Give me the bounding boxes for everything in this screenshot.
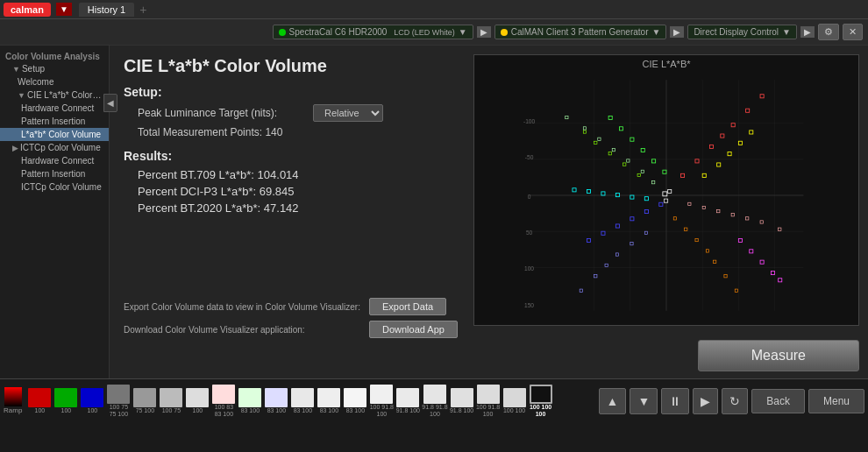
close-display-btn[interactable]: ✕ bbox=[843, 24, 863, 40]
swatch-light1[interactable]: 83 100 bbox=[290, 388, 315, 414]
sidebar-item-ictcp-volume[interactable]: ▶ICTCp Color Volume bbox=[0, 141, 109, 154]
sidebar-item-setup[interactable]: ▼Setup bbox=[0, 62, 109, 75]
swatch-w5[interactable]: 91.8 91.8100 bbox=[422, 385, 447, 417]
ramp-label: Ramp bbox=[4, 406, 22, 414]
swatch-light2[interactable]: 83 100 bbox=[317, 388, 341, 414]
meter-select[interactable]: SpectraCal C6 HDR2000 LCD (LED White) ▼ bbox=[273, 25, 473, 39]
logo-dropdown-btn[interactable]: ▼ bbox=[56, 3, 72, 16]
svg-rect-70 bbox=[605, 264, 608, 266]
sidebar-item-cie-lab-volume[interactable]: ▼CIE L*a*b* Color Volume bbox=[0, 88, 109, 102]
peak-luminance-dropdown[interactable]: Relative 1000 4000 10000 bbox=[313, 104, 383, 122]
svg-rect-45 bbox=[738, 141, 742, 145]
svg-rect-76 bbox=[731, 214, 734, 216]
chart-container: CIE L*A*B* -100 -50 0 50 1 bbox=[473, 54, 859, 326]
swatch-mint[interactable]: 83 100 bbox=[238, 388, 262, 414]
down-btn[interactable]: ▼ bbox=[630, 388, 658, 414]
cie-lab-chart: -100 -50 0 50 100 150 bbox=[474, 73, 858, 318]
svg-rect-38 bbox=[601, 192, 605, 195]
svg-rect-35 bbox=[659, 202, 663, 206]
pattern-gen-arrow-btn[interactable]: ▶ bbox=[670, 26, 684, 38]
svg-rect-69 bbox=[615, 253, 618, 256]
display-arrow-btn[interactable]: ▶ bbox=[800, 26, 815, 38]
svg-rect-50 bbox=[771, 271, 774, 274]
swatch-white1[interactable]: 100 bbox=[185, 388, 210, 414]
content-area: CIE L*a*b* Color Volume Setup: Peak Lumi… bbox=[110, 46, 868, 378]
svg-rect-84 bbox=[598, 138, 601, 140]
svg-rect-58 bbox=[706, 250, 708, 252]
settings-gear-btn[interactable]: ⚙ bbox=[818, 24, 839, 40]
pause-btn[interactable]: ⏸ bbox=[661, 388, 689, 414]
swatch-lavender[interactable]: 83 100 bbox=[264, 388, 288, 414]
play-btn[interactable]: ▶ bbox=[693, 388, 718, 414]
sidebar: Color Volume Analysis ▼Setup Welcome ▼CI… bbox=[0, 46, 110, 378]
swatch-gray2[interactable]: 75 100 bbox=[132, 388, 157, 414]
svg-rect-86 bbox=[566, 116, 568, 118]
svg-rect-31 bbox=[601, 231, 605, 235]
download-app-btn[interactable]: Download App bbox=[369, 321, 458, 338]
ramp-swatch bbox=[4, 387, 22, 406]
sidebar-item-ictcp-color-volume[interactable]: ICTCp Color Volume bbox=[0, 180, 109, 194]
svg-rect-68 bbox=[630, 243, 633, 245]
measure-btn[interactable]: Measure bbox=[698, 340, 859, 371]
sidebar-item-hardware-connect[interactable]: Hardware Connect bbox=[0, 102, 109, 115]
export-label: Export Color Volume data to view in Colo… bbox=[124, 302, 369, 312]
svg-rect-22 bbox=[746, 109, 750, 112]
tab-history1[interactable]: History 1 bbox=[79, 3, 134, 17]
svg-rect-48 bbox=[750, 250, 753, 253]
sidebar-item-lab-color-volume[interactable]: L*a*b* Color Volume bbox=[0, 128, 109, 141]
swatch-red[interactable]: 100 bbox=[27, 388, 52, 414]
sidebar-item-ictcp-hw-connect[interactable]: Hardware Connect bbox=[0, 154, 109, 167]
svg-rect-85 bbox=[583, 127, 586, 130]
measure-area: Measure bbox=[698, 340, 859, 371]
swatch-white2[interactable]: 83 100 bbox=[343, 388, 367, 414]
refresh-btn[interactable]: ↻ bbox=[722, 388, 748, 414]
display-select[interactable]: Direct Display Control ▼ bbox=[687, 25, 797, 39]
svg-rect-37 bbox=[587, 189, 590, 193]
swatch-blue[interactable]: 100 bbox=[80, 388, 104, 414]
svg-rect-40 bbox=[630, 195, 634, 199]
svg-rect-54 bbox=[665, 199, 668, 202]
svg-rect-79 bbox=[779, 228, 781, 230]
svg-rect-36 bbox=[573, 188, 576, 192]
back-btn[interactable]: Back bbox=[751, 389, 805, 413]
pattern-gen-select[interactable]: CalMAN Client 3 Pattern Generator ▼ bbox=[494, 25, 667, 39]
sidebar-toggle-btn[interactable]: ◀ bbox=[103, 94, 117, 112]
sidebar-item-welcome[interactable]: Welcome bbox=[0, 75, 109, 88]
svg-rect-83 bbox=[612, 148, 615, 151]
download-row: Download Color Volume Visualizer applica… bbox=[124, 321, 458, 338]
svg-text:50: 50 bbox=[526, 230, 533, 236]
svg-rect-19 bbox=[709, 145, 713, 148]
svg-text:-20: -20 bbox=[699, 317, 706, 318]
swatch-w8[interactable]: 100 100 bbox=[502, 388, 527, 414]
svg-rect-61 bbox=[735, 289, 737, 292]
swatch-w3[interactable]: 100 91.8100 bbox=[369, 385, 394, 417]
add-tab-btn[interactable]: + bbox=[139, 3, 146, 17]
swatch-green[interactable]: 100 bbox=[53, 388, 78, 414]
meter-arrow-btn[interactable]: ▶ bbox=[477, 26, 491, 38]
sidebar-item-ictcp-pattern[interactable]: Pattern Insertion bbox=[0, 167, 109, 180]
svg-rect-41 bbox=[644, 197, 648, 201]
svg-rect-73 bbox=[688, 202, 691, 205]
menu-btn[interactable]: Menu bbox=[808, 389, 864, 413]
swatch-w7[interactable]: 100 91.8100 bbox=[476, 385, 501, 417]
svg-rect-46 bbox=[750, 131, 753, 134]
up-btn[interactable]: ▲ bbox=[599, 388, 627, 414]
svg-rect-49 bbox=[760, 260, 764, 264]
meter-status-dot bbox=[279, 29, 286, 36]
export-data-btn[interactable]: Export Data bbox=[369, 298, 446, 315]
sidebar-item-pattern-insertion[interactable]: Pattern Insertion bbox=[0, 115, 109, 128]
svg-text:-180: -180 bbox=[553, 317, 564, 318]
swatch-black[interactable]: 100 100100 bbox=[529, 385, 553, 417]
swatch-gray3[interactable]: 100 75 bbox=[159, 388, 183, 414]
svg-rect-43 bbox=[717, 163, 721, 166]
swatch-w4[interactable]: 91.8 100 bbox=[395, 388, 420, 414]
swatch-gray1[interactable]: 100 7575 100 bbox=[106, 385, 131, 417]
swatch-pink[interactable]: 100 8383 100 bbox=[211, 385, 236, 417]
swatch-w6[interactable]: 91.8 100 bbox=[450, 388, 474, 414]
pattern-gen-status-dot bbox=[501, 29, 508, 36]
svg-rect-32 bbox=[615, 224, 619, 228]
svg-rect-77 bbox=[746, 217, 749, 220]
svg-rect-59 bbox=[714, 260, 716, 263]
svg-text:0: 0 bbox=[528, 194, 531, 200]
svg-rect-42 bbox=[702, 173, 706, 177]
